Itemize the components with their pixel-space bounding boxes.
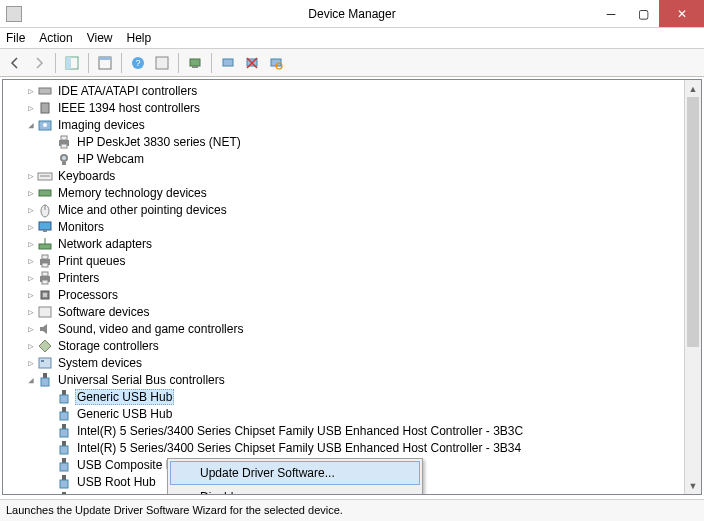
- tree-node[interactable]: ▷Mice and other pointing devices: [3, 201, 701, 218]
- maximize-button[interactable]: ▢: [627, 0, 659, 27]
- expand-icon[interactable]: ▷: [25, 290, 37, 300]
- action-button[interactable]: [151, 52, 173, 74]
- usb-icon: [37, 372, 53, 388]
- svg-rect-38: [42, 272, 48, 276]
- context-menu-item[interactable]: Disable: [170, 485, 420, 495]
- expand-icon[interactable]: ▷: [25, 205, 37, 215]
- svg-rect-6: [156, 57, 168, 69]
- device-tree[interactable]: ▷IDE ATA/ATAPI controllers▷IEEE 1394 hos…: [3, 80, 701, 495]
- expand-icon[interactable]: ▷: [25, 222, 37, 232]
- help-button[interactable]: ?: [127, 52, 149, 74]
- menu-bar: File Action View Help: [0, 28, 704, 49]
- tree-node-label[interactable]: Universal Serial Bus controllers: [56, 373, 227, 387]
- expand-icon[interactable]: ▷: [25, 86, 37, 96]
- monitor-icon: [37, 219, 53, 235]
- tree-node[interactable]: ▷Print queues: [3, 252, 701, 269]
- tree-node-label[interactable]: System devices: [56, 356, 144, 370]
- tree-node-label[interactable]: Network adapters: [56, 237, 154, 251]
- tree-node-label[interactable]: Intel(R) 5 Series/3400 Series Chipset Fa…: [75, 441, 523, 455]
- tree-node[interactable]: Intel(R) 5 Series/3400 Series Chipset Fa…: [3, 422, 701, 439]
- tree-node[interactable]: ▷Storage controllers: [3, 337, 701, 354]
- expand-icon[interactable]: ▷: [25, 171, 37, 181]
- tree-node[interactable]: ▷IDE ATA/ATAPI controllers: [3, 82, 701, 99]
- tree-node-label[interactable]: USB Root Hub: [75, 492, 158, 496]
- expand-icon[interactable]: ▷: [25, 341, 37, 351]
- tree-node[interactable]: Generic USB Hub: [3, 388, 701, 405]
- close-button[interactable]: ✕: [659, 0, 704, 27]
- menu-action[interactable]: Action: [39, 31, 72, 45]
- tree-node-label[interactable]: Keyboards: [56, 169, 117, 183]
- toolbar-separator: [211, 53, 212, 73]
- tree-node-label[interactable]: Generic USB Hub: [75, 389, 174, 405]
- tree-node[interactable]: HP Webcam: [3, 150, 701, 167]
- uninstall-button[interactable]: [241, 52, 263, 74]
- tree-node-label[interactable]: Memory technology devices: [56, 186, 209, 200]
- tree-node[interactable]: ▷Software devices: [3, 303, 701, 320]
- tree-node-label[interactable]: Monitors: [56, 220, 106, 234]
- forward-button[interactable]: [28, 52, 50, 74]
- svg-rect-49: [62, 407, 66, 412]
- tree-node[interactable]: ▷Monitors: [3, 218, 701, 235]
- scan-hardware-button[interactable]: [265, 52, 287, 74]
- tree-node-label[interactable]: Software devices: [56, 305, 151, 319]
- tree-node[interactable]: ▷Printers: [3, 269, 701, 286]
- context-menu-item[interactable]: Update Driver Software...: [170, 461, 420, 485]
- tree-node-label[interactable]: IDE ATA/ATAPI controllers: [56, 84, 199, 98]
- expand-icon[interactable]: ▷: [25, 103, 37, 113]
- scroll-thumb[interactable]: [687, 97, 699, 347]
- toolbar-separator: [178, 53, 179, 73]
- tree-node-label[interactable]: Imaging devices: [56, 118, 147, 132]
- usb-icon: [56, 491, 72, 496]
- minimize-button[interactable]: ─: [595, 0, 627, 27]
- menu-help[interactable]: Help: [127, 31, 152, 45]
- tree-node[interactable]: ▷System devices: [3, 354, 701, 371]
- tree-node-label[interactable]: Processors: [56, 288, 120, 302]
- usb-icon: [56, 389, 72, 405]
- properties-button[interactable]: [94, 52, 116, 74]
- expand-icon[interactable]: ▷: [25, 239, 37, 249]
- tree-node-label[interactable]: HP Webcam: [75, 152, 146, 166]
- tree-node[interactable]: ▷Processors: [3, 286, 701, 303]
- expand-icon[interactable]: ▷: [25, 273, 37, 283]
- tree-node-label[interactable]: Print queues: [56, 254, 127, 268]
- svg-rect-35: [42, 255, 48, 259]
- menu-file[interactable]: File: [6, 31, 25, 45]
- svg-point-18: [43, 123, 47, 127]
- expand-icon[interactable]: ▷: [25, 188, 37, 198]
- tree-node[interactable]: HP DeskJet 3830 series (NET): [3, 133, 701, 150]
- collapse-icon[interactable]: ◢: [25, 120, 37, 130]
- tree-node-label[interactable]: Storage controllers: [56, 339, 161, 353]
- tree-node[interactable]: ▷Keyboards: [3, 167, 701, 184]
- tree-node-label[interactable]: HP DeskJet 3830 series (NET): [75, 135, 243, 149]
- expand-icon[interactable]: ▷: [25, 256, 37, 266]
- svg-rect-32: [39, 244, 51, 249]
- tree-node[interactable]: ▷Memory technology devices: [3, 184, 701, 201]
- update-driver-button[interactable]: [184, 52, 206, 74]
- tree-node[interactable]: ▷IEEE 1394 host controllers: [3, 99, 701, 116]
- tree-node-label[interactable]: Intel(R) 5 Series/3400 Series Chipset Fa…: [75, 424, 525, 438]
- scroll-up-button[interactable]: ▲: [685, 80, 701, 97]
- tree-node-label[interactable]: Printers: [56, 271, 101, 285]
- tree-node-label[interactable]: Generic USB Hub: [75, 407, 174, 421]
- tree-node-label[interactable]: IEEE 1394 host controllers: [56, 101, 202, 115]
- tree-node[interactable]: Generic USB Hub: [3, 405, 701, 422]
- tree-node[interactable]: ◢Imaging devices: [3, 116, 701, 133]
- enable-button[interactable]: [217, 52, 239, 74]
- expand-icon[interactable]: ▷: [25, 307, 37, 317]
- collapse-icon[interactable]: ◢: [25, 375, 37, 385]
- show-hide-console-tree-button[interactable]: [61, 52, 83, 74]
- vertical-scrollbar[interactable]: ▲ ▼: [684, 80, 701, 494]
- back-button[interactable]: [4, 52, 26, 74]
- tree-node[interactable]: Intel(R) 5 Series/3400 Series Chipset Fa…: [3, 439, 701, 456]
- tree-node-label[interactable]: Mice and other pointing devices: [56, 203, 229, 217]
- expand-icon[interactable]: ▷: [25, 358, 37, 368]
- tree-node[interactable]: ▷Sound, video and game controllers: [3, 320, 701, 337]
- svg-rect-24: [62, 162, 66, 165]
- tree-node-label[interactable]: Sound, video and game controllers: [56, 322, 245, 336]
- tree-node[interactable]: ▷Network adapters: [3, 235, 701, 252]
- tree-node[interactable]: ◢Universal Serial Bus controllers: [3, 371, 701, 388]
- menu-view[interactable]: View: [87, 31, 113, 45]
- tree-node-label[interactable]: USB Root Hub: [75, 475, 158, 489]
- scroll-down-button[interactable]: ▼: [685, 477, 701, 494]
- expand-icon[interactable]: ▷: [25, 324, 37, 334]
